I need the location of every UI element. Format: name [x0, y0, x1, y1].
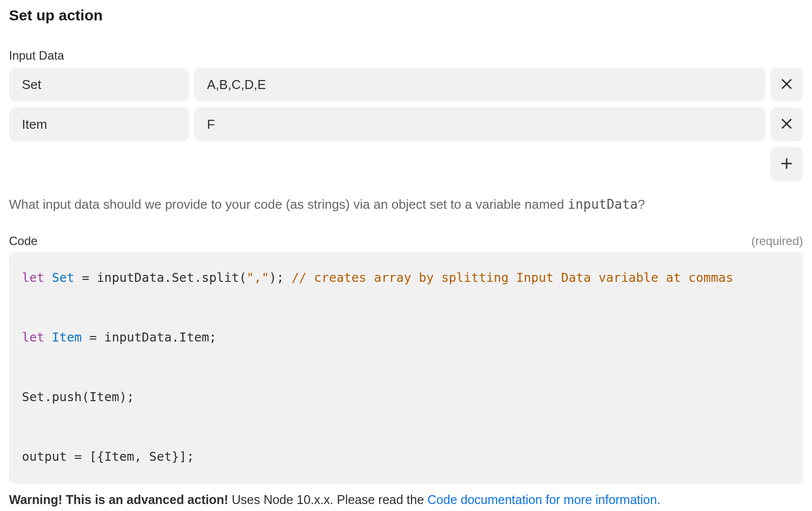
code-token: Set	[52, 270, 74, 285]
input-key-field[interactable]	[9, 68, 189, 101]
remove-row-button[interactable]	[770, 68, 803, 101]
code-token: Set.push(Item);	[22, 390, 134, 404]
help-text-prefix: What input data should we provide to you…	[9, 197, 568, 212]
code-token: ","	[247, 270, 269, 285]
input-data-row	[9, 107, 803, 141]
code-token: let	[22, 330, 44, 344]
code-token: Item	[52, 330, 82, 344]
plus-icon	[780, 157, 794, 172]
input-data-rows	[9, 68, 803, 141]
remove-row-button[interactable]	[770, 107, 803, 141]
code-editor[interactable]: let Set = inputData.Set.split(","); // c…	[9, 252, 803, 484]
code-label: Code	[9, 234, 37, 248]
input-value-field[interactable]	[194, 68, 765, 101]
help-text-var: inputData	[568, 197, 638, 212]
input-data-row	[9, 68, 803, 101]
code-required-label: (required)	[751, 234, 803, 248]
section-title: Set up action	[9, 7, 803, 24]
code-token: let	[22, 270, 44, 285]
code-documentation-link[interactable]: Code documentation for more information.	[427, 493, 660, 507]
close-icon	[780, 77, 794, 92]
code-token: = inputData.Set.split(	[74, 270, 246, 285]
input-data-help: What input data should we provide to you…	[9, 195, 803, 214]
warning-plain: Uses Node 10.x.x. Please read the	[228, 493, 427, 507]
code-token: );	[269, 270, 292, 285]
input-data-label: Input Data	[9, 49, 803, 63]
add-row-button[interactable]	[770, 147, 803, 181]
code-token: output = [{Item, Set}];	[22, 449, 194, 464]
code-token: = inputData.Item;	[82, 330, 216, 344]
code-token: // creates array by splitting Input Data…	[292, 270, 733, 285]
warning-text: Warning! This is an advanced action! Use…	[9, 491, 803, 510]
input-value-field[interactable]	[194, 107, 765, 141]
warning-bold: Warning! This is an advanced action!	[9, 493, 228, 507]
input-key-field[interactable]	[9, 107, 189, 141]
help-text-suffix: ?	[638, 197, 645, 212]
close-icon	[780, 117, 794, 132]
